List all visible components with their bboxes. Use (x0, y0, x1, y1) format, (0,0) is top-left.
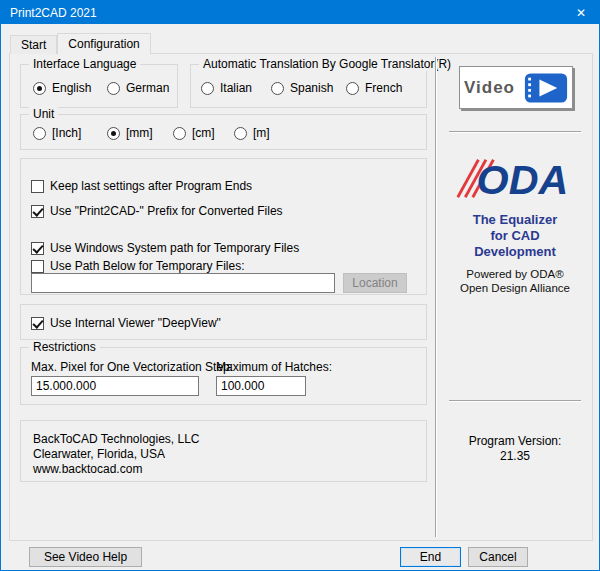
tab-strip: Start Configuration (10, 32, 151, 54)
radio-inch[interactable]: [Inch] (33, 126, 81, 140)
radio-inch-control[interactable] (33, 127, 46, 140)
radio-english-control[interactable] (33, 82, 46, 95)
radio-english-label: English (52, 81, 91, 95)
radio-german-label: German (126, 81, 169, 95)
company-name: BackToCAD Technologies, LLC (33, 432, 426, 447)
checkbox-prefix-label: Use "Print2CAD-" Prefix for Converted Fi… (50, 204, 283, 218)
see-video-help-label: See Video Help (44, 550, 127, 564)
tab-start-label: Start (21, 38, 46, 52)
radio-german[interactable]: German (107, 81, 169, 95)
restrictions-title: Restrictions (29, 340, 100, 354)
end-button-label: End (420, 550, 441, 564)
radio-mm-label: [mm] (126, 126, 153, 140)
radio-m[interactable]: [m] (234, 126, 270, 140)
radio-italian-label: Italian (220, 81, 252, 95)
see-video-help-button[interactable]: See Video Help (29, 547, 142, 567)
auto-translation-title: Automatic Translation By Google Translat… (199, 57, 455, 71)
checkbox-internal-viewer-label: Use Internal Viewer "DeepView" (50, 316, 221, 330)
cancel-button-label: Cancel (479, 550, 516, 564)
checkbox-internal-viewer[interactable]: Use Internal Viewer "DeepView" (31, 316, 221, 330)
program-version-value: 21.35 (437, 449, 593, 464)
powered-line1: Powered by ODA® (437, 267, 593, 281)
radio-french[interactable]: French (346, 81, 402, 95)
checkbox-prefix-control[interactable] (31, 205, 44, 218)
radio-mm[interactable]: [mm] (107, 126, 153, 140)
radio-spanish[interactable]: Spanish (271, 81, 333, 95)
max-hatches-label: Maximum of Hatches: (216, 360, 332, 374)
end-button[interactable]: End (400, 547, 461, 567)
radio-french-label: French (365, 81, 402, 95)
radio-m-control[interactable] (234, 127, 247, 140)
location-button-label: Location (352, 276, 397, 290)
radio-german-control[interactable] (107, 82, 120, 95)
unit-title: Unit (29, 107, 58, 121)
checkbox-keep-last-settings-label: Keep last settings after Program Ends (50, 179, 252, 193)
radio-english[interactable]: English (33, 81, 91, 95)
radio-cm-control[interactable] (173, 127, 186, 140)
checkbox-internal-viewer-control[interactable] (31, 317, 44, 330)
radio-italian[interactable]: Italian (201, 81, 252, 95)
checkbox-path-below-control[interactable] (31, 260, 44, 273)
checkbox-path-below-label: Use Path Below for Temporary Files: (50, 259, 245, 273)
radio-spanish-label: Spanish (290, 81, 333, 95)
max-pixel-input[interactable] (31, 376, 199, 396)
radio-spanish-control[interactable] (271, 82, 284, 95)
window-title: Print2CAD 2021 (1, 6, 97, 20)
panel-divider-bottom (449, 400, 581, 402)
company-location: Clearwater, Florida, USA (33, 447, 426, 462)
tab-start[interactable]: Start (10, 35, 57, 54)
auto-translation-group: Automatic Translation By Google Translat… (190, 64, 427, 108)
viewer-group: Use Internal Viewer "DeepView" (20, 304, 427, 340)
restrictions-group: Restrictions Max. Pixel for One Vectoriz… (20, 347, 427, 405)
radio-italian-control[interactable] (201, 82, 214, 95)
checkbox-prefix[interactable]: Use "Print2CAD-" Prefix for Converted Fi… (31, 204, 283, 218)
equalizer-tagline: The Equalizer for CAD Development (437, 212, 593, 260)
video-button-label: Video (464, 78, 515, 98)
max-hatches-input[interactable] (216, 376, 306, 396)
cancel-button[interactable]: Cancel (468, 547, 528, 567)
checkbox-system-path[interactable]: Use Windows System path for Temporary Fi… (31, 241, 299, 255)
close-icon[interactable]: ✕ (563, 1, 599, 24)
title-bar: Print2CAD 2021 ✕ (1, 1, 599, 24)
location-button[interactable]: Location (343, 273, 407, 293)
max-pixel-label: Max. Pixel for One Vectorization Step: (31, 360, 233, 374)
checkbox-keep-last-settings-control[interactable] (31, 180, 44, 193)
tab-configuration[interactable]: Configuration (57, 33, 150, 55)
print2cad-dialog: Print2CAD 2021 ✕ Start Configuration Int… (0, 0, 600, 571)
oda-logo: ODA (437, 154, 593, 206)
radio-cm-label: [cm] (192, 126, 215, 140)
settings-group: Keep last settings after Program Ends Us… (20, 158, 427, 295)
right-panel: Video ODA (437, 54, 593, 540)
radio-cm[interactable]: [cm] (173, 126, 215, 140)
configuration-page: Interface Language English German Automa… (9, 53, 593, 541)
equalizer-line2: for CAD (437, 228, 593, 244)
radio-m-label: [m] (253, 126, 270, 140)
radio-french-control[interactable] (346, 82, 359, 95)
oda-logo-icon: ODA (454, 154, 576, 203)
tab-configuration-label: Configuration (68, 37, 139, 51)
temporary-path-input[interactable] (31, 273, 335, 293)
radio-mm-control[interactable] (107, 127, 120, 140)
radio-inch-label: [Inch] (52, 126, 81, 140)
equalizer-line1: The Equalizer (437, 212, 593, 228)
company-website: www.backtocad.com (33, 462, 426, 477)
program-version: Program Version: 21.35 (437, 434, 593, 464)
panel-divider-top (449, 131, 581, 133)
interface-language-group: Interface Language English German (20, 64, 178, 108)
checkbox-keep-last-settings[interactable]: Keep last settings after Program Ends (31, 179, 252, 193)
video-button[interactable]: Video (459, 66, 573, 109)
oda-logo-text: ODA (477, 157, 569, 203)
interface-language-title: Interface Language (29, 57, 140, 71)
video-play-icon (524, 73, 568, 103)
checkbox-system-path-control[interactable] (31, 242, 44, 255)
checkbox-path-below[interactable]: Use Path Below for Temporary Files: (31, 259, 245, 273)
company-group: BackToCAD Technologies, LLC Clearwater, … (20, 420, 427, 482)
unit-group: Unit [Inch] [mm] [cm] [m] (20, 114, 427, 150)
checkbox-system-path-label: Use Windows System path for Temporary Fi… (50, 241, 299, 255)
equalizer-line3: Development (437, 244, 593, 260)
program-version-label: Program Version: (437, 434, 593, 449)
powered-line2: Open Design Alliance (437, 281, 593, 295)
powered-by-text: Powered by ODA® Open Design Alliance (437, 267, 593, 295)
